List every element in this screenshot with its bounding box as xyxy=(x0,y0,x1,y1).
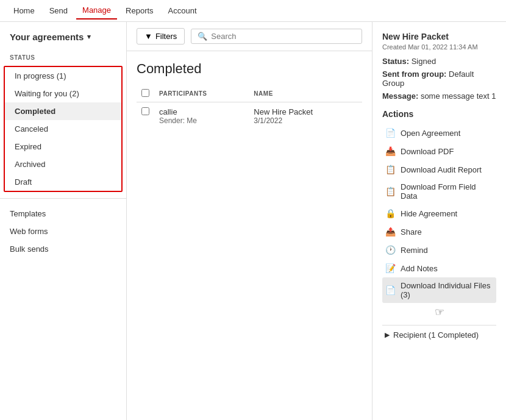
action-add-notes-label: Add Notes xyxy=(401,264,438,273)
nav-manage[interactable]: Manage xyxy=(76,2,117,20)
message-field: Message: some message text 1 xyxy=(382,91,496,101)
sidebar-item-web-forms[interactable]: Web forms xyxy=(0,222,126,240)
agreement-name: New Hire Packet xyxy=(254,107,357,116)
participant-role: Sender: Me xyxy=(159,116,244,125)
sidebar-item-archived[interactable]: Archived xyxy=(5,155,121,173)
action-download-audit-report[interactable]: 📋 Download Audit Report xyxy=(382,160,496,179)
filter-label: Filters xyxy=(155,32,177,41)
sent-from-group-field: Sent from group: Default Group xyxy=(382,69,496,88)
search-box[interactable]: 🔍 xyxy=(191,29,362,44)
share-icon: 📤 xyxy=(385,226,396,237)
content-toolbar: ▼ Filters 🔍 xyxy=(127,22,372,51)
agreements-table: PARTICIPANTS NAME callie Sender: Me xyxy=(137,85,362,130)
remind-icon: 🕐 xyxy=(385,244,396,255)
sidebar-item-canceled[interactable]: Canceled xyxy=(5,120,121,138)
hide-agreement-icon: 🔒 xyxy=(385,208,396,219)
chevron-right-icon: ▶ xyxy=(385,331,390,339)
action-remind[interactable]: 🕐 Remind xyxy=(382,241,496,259)
nav-send[interactable]: Send xyxy=(43,2,74,19)
recipient-label: Recipient (1 Completed) xyxy=(393,330,479,340)
filters-button[interactable]: ▼ Filters xyxy=(137,28,185,44)
action-share[interactable]: 📤 Share xyxy=(382,222,496,241)
action-open-agreement[interactable]: 📄 Open Agreement xyxy=(382,124,496,142)
status-value: Signed xyxy=(412,57,436,66)
sidebar-divider xyxy=(0,198,126,199)
participants-column-header: PARTICIPANTS xyxy=(154,85,249,102)
actions-title: Actions xyxy=(382,109,496,119)
sidebar-item-templates[interactable]: Templates xyxy=(0,205,126,222)
action-hide-agreement-label: Hide Agreement xyxy=(401,209,457,218)
your-agreements-header[interactable]: Your agreements ▾ xyxy=(0,29,126,49)
sent-from-group-label: Sent from group: xyxy=(382,69,446,79)
main-layout: Your agreements ▾ STATUS In progress (1)… xyxy=(0,22,506,420)
action-download-audit-label: Download Audit Report xyxy=(401,165,482,174)
message-value: some message text 1 xyxy=(421,91,496,101)
sidebar-item-bulk-sends[interactable]: Bulk sends xyxy=(0,240,126,258)
status-label: Status: xyxy=(382,57,409,66)
panel-title: New Hire Packet xyxy=(382,32,496,41)
download-audit-icon: 📋 xyxy=(385,164,396,175)
open-agreement-icon: 📄 xyxy=(385,127,396,138)
action-remind-label: Remind xyxy=(401,246,428,255)
download-pdf-icon: 📥 xyxy=(385,146,396,157)
cursor-hand: ☞ xyxy=(382,303,496,321)
download-form-icon: 📋 xyxy=(385,186,396,197)
action-download-form-label: Download Form Field Data xyxy=(401,182,494,201)
agreement-date: 3/1/2022 xyxy=(254,116,357,125)
action-hide-agreement[interactable]: 🔒 Hide Agreement xyxy=(382,204,496,222)
row-checkbox[interactable] xyxy=(141,107,149,115)
table-title: Completed xyxy=(137,61,362,77)
right-panel: New Hire Packet Created Mar 01, 2022 11:… xyxy=(372,22,506,420)
table-area: Completed PARTICIPANTS NAME xyxy=(127,51,372,420)
add-notes-icon: 📝 xyxy=(385,263,396,274)
chevron-down-icon: ▾ xyxy=(87,33,91,41)
action-download-individual-label: Download Individual Files (3) xyxy=(401,281,494,299)
nav-home[interactable]: Home xyxy=(7,2,41,19)
sidebar-item-in-progress[interactable]: In progress (1) xyxy=(5,67,121,85)
content-area: ▼ Filters 🔍 Completed PARTICIPANTS NAM xyxy=(127,22,372,420)
action-share-label: Share xyxy=(401,227,422,237)
nav-reports[interactable]: Reports xyxy=(119,2,160,19)
status-section-label: STATUS xyxy=(0,49,126,63)
select-all-checkbox[interactable] xyxy=(141,89,149,97)
sidebar-item-expired[interactable]: Expired xyxy=(5,138,121,155)
action-download-form-field-data[interactable]: 📋 Download Form Field Data xyxy=(382,179,496,204)
your-agreements-label: Your agreements xyxy=(10,32,84,42)
recipient-section[interactable]: ▶ Recipient (1 Completed) xyxy=(382,325,496,344)
sidebar-item-waiting-for-you[interactable]: Waiting for you (2) xyxy=(5,85,121,102)
status-group: In progress (1) Waiting for you (2) Comp… xyxy=(4,66,123,192)
action-add-notes[interactable]: 📝 Add Notes xyxy=(382,259,496,277)
nav-account[interactable]: Account xyxy=(162,2,203,19)
search-input[interactable] xyxy=(211,32,355,41)
message-label: Message: xyxy=(382,91,418,101)
sidebar-item-completed[interactable]: Completed xyxy=(5,102,121,120)
search-icon: 🔍 xyxy=(198,32,207,41)
table-row[interactable]: callie Sender: Me New Hire Packet 3/1/20… xyxy=(137,102,362,130)
participant-name: callie xyxy=(159,107,244,116)
action-download-individual-files[interactable]: 📄 Download Individual Files (3) xyxy=(382,277,496,303)
action-download-pdf-label: Download PDF xyxy=(401,147,454,156)
action-download-pdf[interactable]: 📥 Download PDF xyxy=(382,142,496,160)
status-field: Status: Signed xyxy=(382,57,496,66)
sidebar: Your agreements ▾ STATUS In progress (1)… xyxy=(0,22,127,420)
download-individual-icon: 📄 xyxy=(385,285,396,296)
top-navigation: Home Send Manage Reports Account xyxy=(0,0,506,22)
filter-icon: ▼ xyxy=(144,32,152,41)
panel-created: Created Mar 01, 2022 11:34 AM xyxy=(382,43,496,51)
action-open-agreement-label: Open Agreement xyxy=(401,129,460,138)
name-column-header: NAME xyxy=(249,85,362,102)
sidebar-item-draft[interactable]: Draft xyxy=(5,173,121,191)
